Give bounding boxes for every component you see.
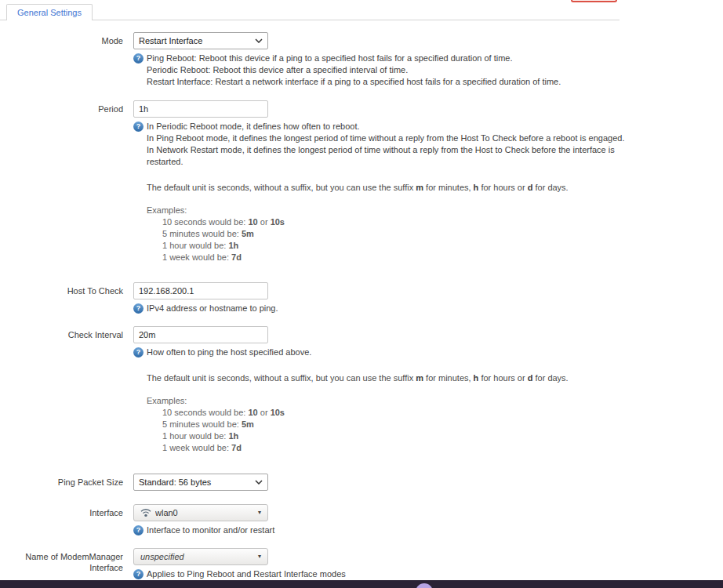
period-label: Period (0, 100, 133, 263)
examples-heading: Examples: (147, 205, 619, 216)
help-line: Restart Interface: Restart a network int… (147, 76, 619, 88)
ping-packet-size-label: Ping Packet Size (0, 474, 133, 491)
caret-down-icon: ▾ (258, 510, 261, 516)
settings-form: Mode Restart Interface ? Ping Reboot: Re… (0, 20, 619, 580)
help-line: IPv4 address or hostname to ping. (147, 303, 278, 313)
field-row-host-to-check: Host To Check ? IPv4 address or hostname… (0, 282, 619, 314)
mode-select[interactable]: Restart Interface (133, 32, 268, 49)
field-row-period: Period ? In Periodic Reboot mode, it def… (0, 100, 619, 263)
example-item: 1 week would be: 7d (147, 442, 619, 454)
example-item: 10 seconds would be: 10 or 10s (147, 407, 619, 419)
ping-packet-size-select[interactable]: Standard: 56 bytes (133, 474, 268, 491)
interface-selected-value: wlan0 (155, 508, 258, 517)
mode-label: Mode (0, 32, 133, 88)
example-item: 1 week would be: 7d (147, 252, 619, 263)
help-icon: ? (133, 122, 144, 132)
tab-general-settings[interactable]: General Settings (6, 4, 93, 20)
modemmanager-selected-value: unspecified (140, 552, 258, 561)
unit-note: The default unit is seconds, without a s… (133, 372, 619, 384)
example-item: 5 minutes would be: 5m (147, 419, 619, 430)
help-line: restarted. (147, 156, 619, 168)
examples-heading: Examples: (147, 395, 619, 407)
help-icon: ? (133, 525, 144, 535)
period-help: ? In Periodic Reboot mode, it defines ho… (133, 121, 619, 168)
check-interval-label: Check Interval (0, 326, 133, 454)
field-row-mode: Mode Restart Interface ? Ping Reboot: Re… (0, 32, 619, 88)
host-to-check-help: ? IPv4 address or hostname to ping. (133, 303, 619, 314)
help-icon: ? (133, 303, 144, 314)
field-row-modemmanager-interface: Name of ModemManager Interface unspecifi… (0, 548, 619, 580)
modemmanager-label: Name of ModemManager Interface (0, 548, 133, 580)
interface-dropdown[interactable]: wlan0 ▾ (133, 504, 268, 521)
mode-help: ? Ping Reboot: Reboot this device if a p… (133, 53, 619, 88)
field-row-check-interval: Check Interval ? How often to ping the h… (0, 326, 619, 454)
help-line: How often to ping the host specified abo… (147, 347, 311, 357)
example-item: 10 seconds would be: 10 or 10s (147, 216, 619, 228)
help-line: In Network Restart mode, it defines the … (147, 144, 619, 156)
tab-bar: General Settings (0, 0, 619, 20)
host-to-check-input[interactable] (133, 282, 268, 299)
help-line: Ping Reboot: Reboot this device if a pin… (147, 53, 619, 64)
help-line: Interface to monitor and/or restart (147, 525, 274, 535)
tab-label: General Settings (17, 8, 82, 17)
field-row-ping-packet-size: Ping Packet Size Standard: 56 bytes (0, 474, 619, 491)
example-item: 1 hour would be: 1h (147, 430, 619, 442)
period-input[interactable] (133, 100, 268, 118)
help-line: In Ping Reboot mode, it defines the long… (147, 132, 619, 144)
example-item: 5 minutes would be: 5m (147, 228, 619, 240)
help-line: Periodic Reboot: Reboot this device afte… (147, 64, 619, 76)
check-interval-input[interactable] (133, 326, 268, 343)
avatar[interactable] (416, 583, 433, 588)
footer-bar (0, 580, 723, 588)
help-line: Applies to Ping Reboot and Restart Inter… (147, 569, 346, 579)
wifi-icon (140, 508, 151, 517)
help-line: In Periodic Reboot mode, it defines how … (147, 121, 619, 132)
unit-note: The default unit is seconds, without a s… (133, 182, 619, 194)
host-to-check-label: Host To Check (0, 282, 133, 314)
help-icon: ? (133, 347, 144, 358)
modemmanager-help: ? Applies to Ping Reboot and Restart Int… (133, 568, 619, 580)
help-icon: ? (133, 569, 144, 579)
interface-help: ? Interface to monitor and/or restart (133, 524, 619, 536)
check-interval-help: ? How often to ping the host specified a… (133, 347, 619, 358)
help-icon: ? (133, 53, 144, 64)
examples-block: Examples: 10 seconds would be: 10 or 10s… (133, 395, 619, 454)
caret-down-icon: ▾ (258, 554, 261, 560)
modemmanager-dropdown[interactable]: unspecified ▾ (133, 548, 268, 565)
examples-block: Examples: 10 seconds would be: 10 or 10s… (133, 205, 619, 263)
example-item: 1 hour would be: 1h (147, 240, 619, 252)
interface-label: Interface (0, 504, 133, 536)
field-row-interface: Interface wlan0 ▾ ? Interface to monitor… (0, 504, 619, 536)
